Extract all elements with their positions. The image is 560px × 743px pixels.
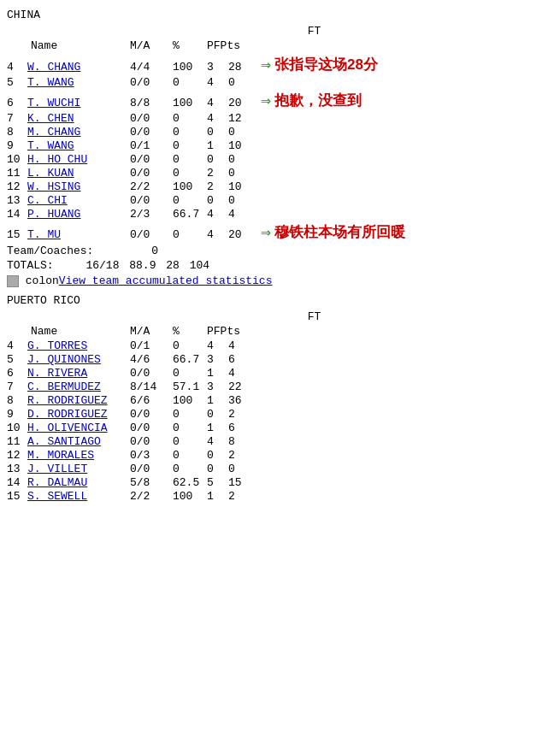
china-totals: TOTALS: 16/18 88.9 28 104	[7, 259, 553, 272]
pr-player-link-11[interactable]: A. SANTIAGO	[27, 435, 101, 448]
pr-player-link-15[interactable]: S. SEWELL	[27, 490, 87, 503]
col-header-pct: %	[173, 39, 207, 52]
pr-player-row-15: 15 S. SEWELL 2/2 100 1 2	[7, 490, 553, 503]
annotation-china-4: 张指导这场28分	[274, 55, 378, 74]
pr-player-link-9[interactable]: D. RODRIGUEZ	[27, 408, 108, 421]
pr-col-header-pfpts: PFPts	[207, 325, 228, 338]
pr-player-row-11: 11 A. SANTIAGO 0/0 0 4 8	[7, 435, 553, 448]
china-player-row-10: 10 H. HO CHU 0/0 0 0 0	[7, 153, 553, 166]
china-section: CHINA FT Name M/A % PFPts 4 W. CHANG 4/4…	[7, 9, 553, 287]
arrow-icon-3: ⇒	[261, 221, 271, 243]
pr-player-row-12: 12 M. MORALES 0/3 0 0 2	[7, 449, 553, 462]
pr-player-row-9: 9 D. RODRIGUEZ 0/0 0 0 2	[7, 408, 553, 421]
pr-col-header-pct: %	[173, 325, 207, 338]
china-player-row-11: 11 L. KUAN 0/0 0 2 0	[7, 167, 553, 180]
china-player-row-9: 9 T. WANG 0/1 0 1 10	[7, 139, 553, 152]
col-header-pfpts: PFPts	[207, 39, 228, 52]
china-player-row-13: 13 C. CHI 0/0 0 0 0	[7, 194, 553, 207]
pr-player-link-13[interactable]: J. VILLET	[27, 463, 87, 475]
pr-player-row-8: 8 R. RODRIGUEZ 6/6 100 1 36	[7, 394, 553, 407]
annotation-china-15: 穆铁柱本场有所回暖	[274, 222, 405, 242]
annotation-china-6: 抱歉，没查到	[274, 91, 362, 110]
pr-player-row-5: 5 J. QUINONES 4/6 66.7 3 6	[7, 353, 553, 366]
china-player-row-5: 5 T. WANG 0/0 0 4 0	[7, 76, 553, 89]
china-player-link-11[interactable]: L. KUAN	[27, 167, 74, 180]
china-player-row-7: 7 K. CHEN 0/0 0 4 12	[7, 112, 553, 125]
china-player-link-12[interactable]: W. HSING	[27, 180, 80, 193]
china-player-row-8: 8 M. CHANG 0/0 0 0 0	[7, 126, 553, 139]
puerto-rico-col-headers: Name M/A % PFPts	[7, 325, 553, 338]
pr-player-row-14: 14 R. DALMAU 5/8 62.5 5 15	[7, 476, 553, 489]
pr-player-link-6[interactable]: N. RIVERA	[27, 367, 87, 380]
col-header-name: Name	[27, 39, 130, 52]
china-player-link-6[interactable]: T. WUCHI	[27, 97, 80, 109]
pr-col-header-name: Name	[27, 325, 130, 338]
pr-player-row-10: 10 H. OLIVENCIA 0/0 0 1 6	[7, 422, 553, 434]
china-player-link-9[interactable]: T. WANG	[27, 139, 74, 152]
puerto-rico-section: PUERTO RICO FT Name M/A % PFPts 4 G. TOR…	[7, 294, 553, 503]
puerto-rico-ft-header: FT	[7, 310, 553, 323]
pr-player-row-6: 6 N. RIVERA 0/0 0 1 4	[7, 367, 553, 380]
arrow-icon-1: ⇒	[261, 54, 271, 75]
pr-player-link-10[interactable]: H. OLIVENCIA	[27, 422, 108, 434]
china-team-coaches: Team/Coaches: 0	[7, 245, 553, 257]
pr-player-link-8[interactable]: R. RODRIGUEZ	[27, 394, 108, 407]
pr-player-link-5[interactable]: J. QUINONES	[27, 353, 101, 366]
pr-player-link-14[interactable]: R. DALMAU	[27, 476, 87, 489]
china-player-row-14: 14 P. HUANG 2/3 66.7 4 4	[7, 208, 553, 221]
pr-col-header-ma: M/A	[130, 325, 173, 338]
china-player-link-10[interactable]: H. HO CHU	[27, 153, 87, 166]
pr-player-link-12[interactable]: M. MORALES	[27, 449, 94, 462]
pr-player-row-4: 4 G. TORRES 0/1 0 4 4	[7, 339, 553, 352]
china-title: CHINA	[7, 9, 553, 21]
china-ft-header: FT	[7, 25, 553, 38]
china-player-row-12: 12 W. HSING 2/2 100 2 10	[7, 180, 553, 193]
col-header-ma: M/A	[130, 39, 173, 52]
china-player-link-7[interactable]: K. CHEN	[27, 112, 74, 125]
pr-player-row-7: 7 C. BERMUDEZ 8/14 57.1 3 22	[7, 380, 553, 393]
china-player-link-15[interactable]: T. MU	[27, 228, 61, 241]
china-col-headers: Name M/A % PFPts	[7, 39, 553, 52]
china-player-row-6: 6 T. WUCHI 8/8 100 4 20 ⇒ 抱歉，没查到	[7, 90, 553, 111]
pr-player-link-7[interactable]: C. BERMUDEZ	[27, 380, 101, 393]
china-player-link-14[interactable]: P. HUANG	[27, 208, 80, 221]
china-player-link-5[interactable]: T. WANG	[27, 76, 74, 89]
china-view-stats-link[interactable]: View team accumulated statistics	[59, 274, 273, 287]
china-player-row-15: 15 T. MU 0/0 0 4 20 ⇒ 穆铁柱本场有所回暖	[7, 221, 553, 243]
arrow-icon-2: ⇒	[261, 90, 271, 111]
china-player-row-4: 4 W. CHANG 4/4 100 3 28 ⇒ 张指导这场28分	[7, 54, 553, 75]
china-player-link-8[interactable]: M. CHANG	[27, 126, 80, 139]
colon-icon	[7, 275, 19, 287]
pr-player-link-4[interactable]: G. TORRES	[27, 339, 87, 352]
puerto-rico-title: PUERTO RICO	[7, 294, 553, 307]
pr-player-row-13: 13 J. VILLET 0/0 0 0 0	[7, 463, 553, 475]
china-player-link-13[interactable]: C. CHI	[27, 194, 68, 207]
china-view-stats-row: colonView team accumulated statistics	[7, 274, 553, 287]
china-player-link-4[interactable]: W. CHANG	[27, 61, 80, 74]
